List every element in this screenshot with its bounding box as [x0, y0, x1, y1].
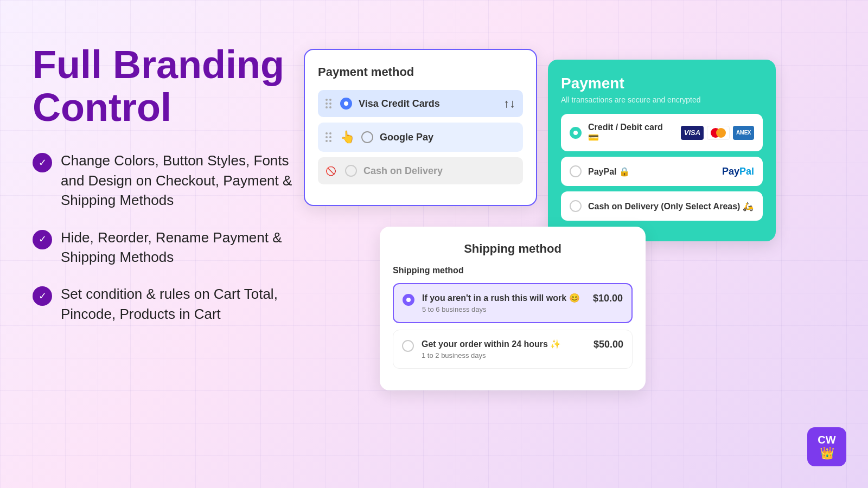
ship-name-2: Get your order within 24 hours ✨: [422, 339, 586, 349]
payment-panel: Payment All transactions are secure and …: [548, 60, 776, 241]
drag-dots-visa: [326, 99, 331, 108]
radio-visa[interactable]: [340, 98, 352, 110]
left-panel: Full Branding Control ✓ Change Colors, B…: [33, 43, 315, 324]
check-icon-2: ✓: [33, 230, 52, 249]
ship-days-1: 5 to 6 business days: [422, 305, 585, 313]
payment-panel-title: Payment: [561, 75, 763, 92]
feature-list: ✓ Change Colors, Button Styles, Fonts an…: [33, 151, 315, 324]
shipping-card: Shipping method Shipping method If you a…: [380, 227, 646, 390]
payment-row-paypal[interactable]: PayPal 🔒 PayPal: [561, 157, 763, 186]
cursor-hand-icon: 👆: [340, 130, 355, 144]
radio-cod2[interactable]: [570, 200, 582, 212]
payment-option-cod[interactable]: 🚫 Cash on Delivery: [318, 157, 523, 184]
feature-item-3: ✓ Set condition & rules on Cart Total, P…: [33, 284, 315, 324]
radio-paypal[interactable]: [570, 165, 582, 177]
reorder-icon-visa: ↑↓: [503, 97, 515, 111]
feature-item-2: ✓ Hide, Reorder, Rename Payment & Shippi…: [33, 228, 315, 267]
hide-icon: 🚫: [326, 166, 336, 176]
feature-item-1: ✓ Change Colors, Button Styles, Fonts an…: [33, 151, 315, 210]
payment-method-card: Payment method Visa Credit Cards ↑↓ 👆 Go…: [304, 49, 537, 206]
payment-method-title: Payment method: [318, 65, 523, 79]
cod-label: Cash on Delivery: [363, 165, 443, 177]
payment-row-cod2[interactable]: Cash on Delivery (Only Select Areas) 🛵: [561, 191, 763, 221]
cod2-label: Cash on Delivery (Only Select Areas) 🛵: [588, 201, 754, 211]
crown-icon: 👑: [820, 446, 834, 460]
shipping-option-fast[interactable]: Get your order within 24 hours ✨ 1 to 2 …: [393, 330, 633, 369]
check-icon-3: ✓: [33, 286, 52, 306]
main-title: Full Branding Control: [33, 43, 315, 129]
ship-price-2: $50.00: [593, 339, 623, 350]
cw-letters: CW: [818, 434, 835, 446]
paypal-logo: PayPal: [722, 166, 754, 177]
ship-details-2: Get your order within 24 hours ✨ 1 to 2 …: [422, 339, 586, 359]
shipping-option-slow[interactable]: If you aren't in a rush this will work 😊…: [393, 283, 633, 323]
visa-logo: VISA: [681, 126, 704, 140]
mastercard-logo: [707, 126, 730, 140]
ship-days-2: 1 to 2 business days: [422, 351, 586, 359]
card-logos: VISA AMEX: [681, 126, 754, 140]
gp-label: Google Pay: [380, 132, 433, 143]
ship-price-1: $10.00: [593, 293, 623, 304]
drag-dots-gp: [326, 132, 331, 142]
ship-radio-1[interactable]: [403, 294, 414, 306]
amex-logo: AMEX: [733, 126, 754, 140]
radio-gp[interactable]: [361, 131, 373, 143]
payment-option-googlepay[interactable]: 👆 Google Pay: [318, 123, 523, 152]
ship-details-1: If you aren't in a rush this will work 😊…: [422, 293, 585, 313]
ship-name-1: If you aren't in a rush this will work 😊: [422, 293, 585, 303]
payment-panel-subtitle: All transactions are secure and encrypte…: [561, 95, 763, 104]
radio-credit[interactable]: [570, 127, 582, 139]
ship-radio-2[interactable]: [402, 340, 414, 352]
shipping-subtitle: Shipping method: [393, 266, 633, 275]
check-icon-1: ✓: [33, 153, 52, 172]
shipping-card-title: Shipping method: [393, 242, 633, 256]
visa-label: Visa Credit Cards: [359, 98, 440, 110]
paypal-label: PayPal 🔒: [588, 166, 716, 177]
cw-badge: CW 👑: [807, 427, 846, 466]
payment-option-visa[interactable]: Visa Credit Cards ↑↓: [318, 90, 523, 117]
credit-label: Credit / Debit card 💳: [588, 123, 674, 143]
radio-cod[interactable]: [345, 165, 357, 177]
payment-row-credit[interactable]: Credit / Debit card 💳 VISA AMEX: [561, 114, 763, 151]
